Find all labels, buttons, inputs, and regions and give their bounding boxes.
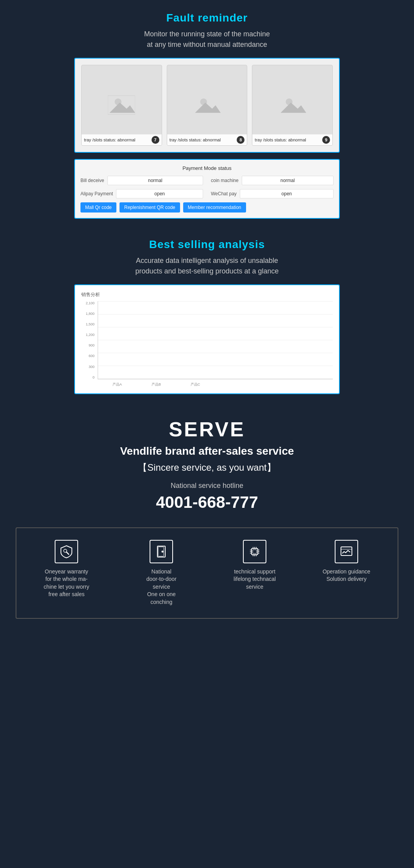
chart-area [98, 301, 333, 379]
service-technical-label: technical support lifelong technacal ser… [234, 568, 276, 591]
service-operation: Operation guidance Solution delivery [323, 540, 370, 583]
grid-lines [98, 301, 333, 379]
door-svg [154, 545, 168, 559]
fault-images-row: tray /slots status: abnormal 7 tray /slo… [81, 65, 333, 146]
grid-line-3 [98, 327, 333, 327]
svg-line-8 [66, 552, 69, 554]
fault-image-1: tray /slots status: abnormal 7 [81, 65, 162, 146]
bill-deceive-input: normal [107, 176, 203, 185]
payment-row-2: Alipay Payment open WeChat pay open [80, 189, 334, 198]
image-placeholder-2 [193, 95, 221, 115]
chart-panel: 销售分析 2,100 1,800 1,500 1,200 900 600 300… [74, 284, 340, 394]
svg-rect-9 [157, 546, 165, 557]
image-placeholder-3 [279, 95, 306, 115]
fault-caption-2: tray /slots status: abnormal 8 [167, 134, 247, 145]
mall-qr-button[interactable]: Mall Qr code [80, 202, 116, 213]
bottom-services: Oneyear warranty for the whole ma- chine… [16, 527, 398, 619]
chip-svg [248, 545, 262, 559]
alipay-input: open [116, 189, 203, 198]
grid-line-2 [98, 314, 333, 314]
serve-brand: Vendlife brand after-sales service [8, 445, 406, 457]
svg-point-11 [162, 551, 163, 552]
payment-row-1: Bill deceive normal coin machine normal [80, 176, 334, 185]
service-door-label: National door-to-door service One on one… [136, 568, 187, 606]
wechat-input: open [240, 189, 334, 198]
y-label-0: 0 [93, 375, 95, 379]
fault-caption-3: tray /slots status: abnormal 9 [252, 134, 332, 145]
y-label-1200: 1,200 [86, 333, 95, 337]
fault-image-2: tray /slots status: abnormal 8 [167, 65, 248, 146]
svg-marker-6 [280, 103, 306, 113]
serve-main-title: SERVE [8, 418, 406, 441]
service-warranty-label: Oneyear warranty for the whole ma- chine… [44, 568, 89, 598]
x-axis: 产品A 产品B 产品C [98, 382, 333, 387]
y-label-300: 300 [89, 365, 95, 369]
fault-title: Fault reminder [8, 12, 406, 24]
service-door-to-door: National door-to-door service One on one… [136, 540, 187, 606]
svg-rect-12 [252, 548, 258, 555]
selling-title: Best selling analysis [8, 238, 406, 251]
selling-subtitle: Accurate data intelligent analysis of un… [8, 255, 406, 277]
y-axis: 2,100 1,800 1,500 1,200 900 600 300 0 [81, 301, 96, 379]
svg-marker-1 [110, 103, 136, 113]
svg-rect-13 [253, 550, 257, 554]
fault-image-3: tray /slots status: abnormal 9 [252, 65, 333, 146]
service-operation-label: Operation guidance Solution delivery [323, 568, 370, 583]
fault-section: Fault reminder Monitor the running state… [0, 0, 414, 227]
y-label-600: 600 [89, 354, 95, 358]
door-icon [150, 540, 173, 563]
chart-check-svg [339, 545, 353, 559]
wechat-field: WeChat pay open [211, 189, 334, 198]
shield-wrench-svg [59, 545, 73, 559]
fault-caption-1: tray /slots status: abnormal 7 [82, 134, 162, 145]
serve-tagline: 【Sincere service, as you want】 [8, 461, 406, 474]
y-label-1800: 1,800 [86, 312, 95, 316]
bill-deceive-field: Bill deceive normal [80, 176, 203, 185]
x-label-1: 产品A [109, 382, 125, 387]
selling-section: Best selling analysis Accurate data inte… [0, 227, 414, 402]
grid-line-1 [98, 301, 333, 302]
serve-phone: 4001-668-777 [8, 493, 406, 512]
x-label-3: 产品C [187, 382, 203, 387]
service-warranty: Oneyear warranty for the whole ma- chine… [44, 540, 89, 598]
grid-line-5 [98, 353, 333, 353]
payment-buttons: Mall Qr code Replenishment QR code Membe… [80, 202, 334, 213]
y-label-1500: 1,500 [86, 322, 95, 326]
x-label-2: 产品B [148, 382, 164, 387]
alipay-field: Alipay Payment open [80, 189, 203, 198]
payment-panel-title: Payment Mode status [80, 165, 334, 171]
y-label-900: 900 [89, 343, 95, 347]
chip-icon [243, 540, 266, 563]
member-recommendation-button[interactable]: Member recommendation [183, 202, 246, 213]
svg-rect-26 [341, 547, 352, 555]
bar-chart-container: 2,100 1,800 1,500 1,200 900 600 300 0 [81, 301, 333, 387]
chart-check-icon [335, 540, 358, 563]
image-placeholder-1 [108, 95, 135, 115]
shield-wrench-icon [55, 540, 78, 563]
serve-section: SERVE Vendlife brand after-sales service… [0, 402, 414, 638]
service-technical: technical support lifelong technacal ser… [234, 540, 276, 591]
y-label-2100: 2,100 [86, 301, 95, 305]
fault-images-panel: tray /slots status: abnormal 7 tray /slo… [74, 58, 340, 153]
serve-hotline-label: National service hotline [8, 482, 406, 490]
grid-line-4 [98, 340, 333, 340]
payment-panel: Payment Mode status Bill deceive normal … [74, 159, 340, 219]
grid-line-7 [98, 379, 333, 379]
grid-line-6 [98, 366, 333, 366]
chart-title: 销售分析 [81, 291, 333, 298]
coin-machine-input: normal [242, 176, 334, 185]
coin-machine-field: coin machine normal [211, 176, 334, 185]
svg-marker-4 [195, 103, 221, 113]
fault-subtitle: Monitor the running state of the machine… [8, 29, 406, 50]
replenishment-qr-button[interactable]: Replenishment QR code [120, 202, 180, 213]
